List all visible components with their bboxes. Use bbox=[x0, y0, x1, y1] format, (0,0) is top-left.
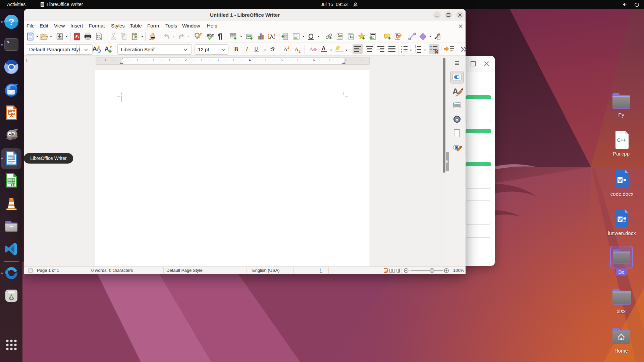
svg-text:4: 4 bbox=[249, 58, 251, 62]
svg-text:A: A bbox=[452, 87, 458, 96]
svg-text:7: 7 bbox=[345, 58, 347, 62]
svg-text:A: A bbox=[93, 46, 97, 52]
svg-text:3: 3 bbox=[217, 58, 219, 62]
svg-text:?: ? bbox=[8, 17, 14, 27]
svg-text:2: 2 bbox=[287, 45, 289, 50]
svg-text:A: A bbox=[105, 46, 109, 52]
svg-text:S: S bbox=[271, 46, 274, 52]
svg-text:1: 1 bbox=[338, 34, 340, 38]
svg-text:B: B bbox=[234, 46, 238, 53]
svg-text:W: W bbox=[618, 178, 622, 182]
svg-text:1: 1 bbox=[153, 58, 155, 62]
svg-text:6: 6 bbox=[313, 58, 315, 62]
svg-text:I: I bbox=[246, 46, 248, 53]
svg-text:5: 5 bbox=[281, 58, 283, 62]
svg-text:A: A bbox=[270, 34, 273, 39]
svg-text:abc: abc bbox=[207, 33, 214, 38]
svg-text:2: 2 bbox=[299, 49, 301, 54]
svg-text:C++: C++ bbox=[617, 137, 626, 143]
svg-text:U: U bbox=[254, 46, 258, 52]
svg-text:>_: >_ bbox=[7, 40, 12, 45]
svg-text:A: A bbox=[322, 46, 326, 51]
svg-text:3: 3 bbox=[415, 51, 417, 55]
svg-text:W: W bbox=[619, 218, 622, 222]
svg-text:2: 2 bbox=[185, 58, 187, 62]
